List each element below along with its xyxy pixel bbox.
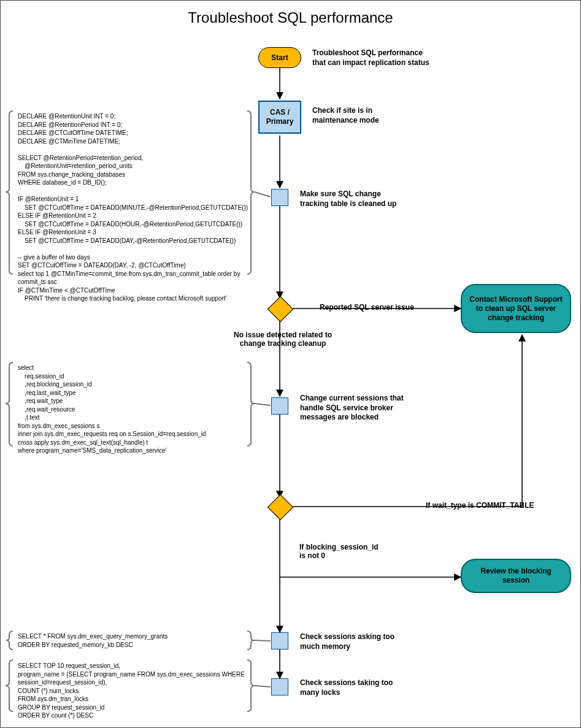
step-memory-box <box>271 632 288 649</box>
svg-line-10 <box>254 640 271 641</box>
step-sessions-label: Change current sessions that handle SQL … <box>300 394 429 423</box>
step-ct-cleanup-label: Make sure SQL change tracking table is c… <box>300 190 423 209</box>
edge-label-no-issue: No issue detected related to change trac… <box>225 331 341 348</box>
terminator-contact-support: Contact Microsoft Support to clean up SQ… <box>461 284 571 333</box>
svg-line-11 <box>255 686 271 687</box>
code-block-sessions: select req.session_id ,req.blocking_sess… <box>18 364 245 455</box>
terminator-review-blocking: Review the blocking session <box>461 559 571 593</box>
step-sessions-box <box>271 397 288 415</box>
step-memory-label: Check sessions asking too much memory <box>300 632 423 651</box>
decision-wait-type <box>271 498 290 516</box>
cas-note-label: Check if site is in maintenance mode <box>312 106 435 125</box>
step-locks-label: Check sessions taking too many locks <box>300 678 423 697</box>
start-note-label: Troubleshoot SQL performance that can im… <box>312 48 447 67</box>
edge-label-reported-issue: Reported SQL server issue <box>320 303 414 312</box>
step-locks-box <box>271 678 288 695</box>
cas-primary-node: CAS / Primary <box>258 101 301 134</box>
flowchart-canvas: Troubleshoot SQL performance <box>0 0 581 728</box>
svg-line-8 <box>255 192 271 197</box>
code-block-locks: SELECT TOP 10 request_session_id, progra… <box>18 662 245 720</box>
page-title: Troubleshoot SQL performance <box>1 9 580 26</box>
edge-label-commit-table: If wait_type is COMMIT_TABLE <box>426 501 534 510</box>
code-block-memory: SELECT * FROM sys.dm_exec_query_memory_g… <box>18 632 245 649</box>
start-node: Start <box>258 47 301 68</box>
step-ct-cleanup-box <box>271 189 288 206</box>
decision-ct-issue <box>271 300 290 318</box>
code-block-retention: DECLARE @RetentionUnit INT = 0; DECLARE … <box>18 112 245 303</box>
edge-label-blocking-session: If blocking_session_id is not 0 <box>299 543 398 560</box>
svg-line-9 <box>255 404 271 405</box>
